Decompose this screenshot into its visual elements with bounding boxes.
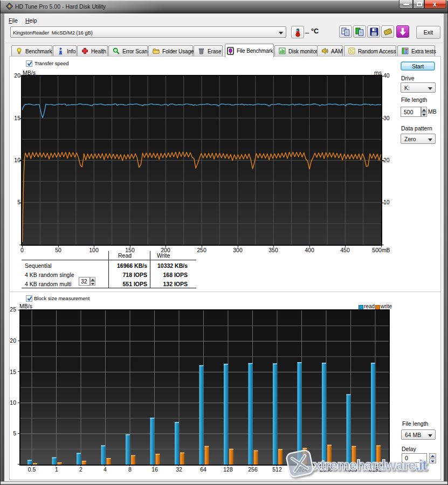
svg-text:xtremehardware.it: xtremehardware.it bbox=[313, 457, 428, 473]
